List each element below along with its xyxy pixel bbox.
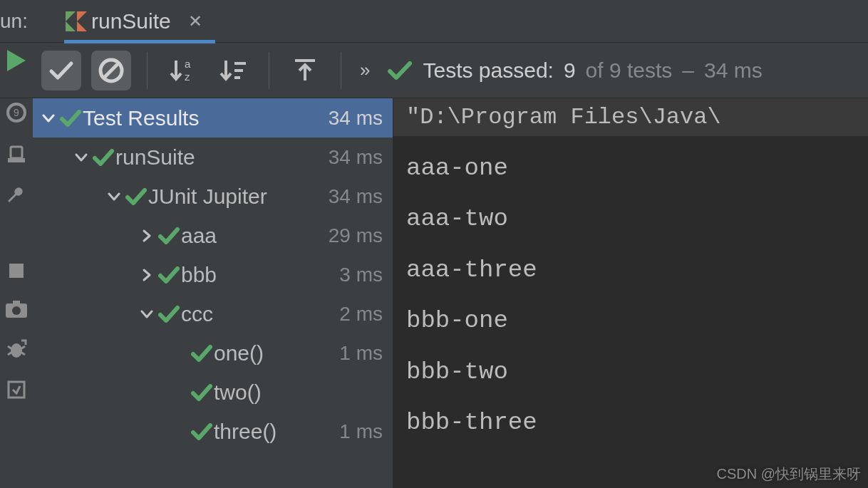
test-status: Tests passed: 9 of 9 tests – 34 ms [387,58,762,83]
check-icon [157,227,181,244]
svg-rect-25 [9,382,24,398]
status-time: 34 ms [704,58,763,83]
export-icon[interactable] [7,380,26,399]
check-icon [157,266,181,284]
tree-node-name: one() [214,341,339,365]
svg-text:z: z [185,71,190,83]
svg-marker-0 [7,50,26,71]
tree-node-name: JUnit Jupiter [148,185,329,209]
svg-rect-15 [8,158,25,162]
close-icon[interactable]: ✕ [188,11,202,31]
left-action-sidebar: 9 [0,98,33,488]
tree-node-name: three() [214,420,339,444]
svg-line-24 [21,352,25,355]
tab-name: runSuite [91,9,171,33]
check-icon [190,345,214,362]
console-line: aaa-three [406,245,855,296]
run-config-tab[interactable]: runSuite ✕ [64,0,215,43]
tree-node-name: runSuite [115,145,329,170]
chevron-down-icon[interactable] [71,150,91,165]
svg-rect-16 [9,264,24,278]
tree-node-time: 34 ms [329,185,383,208]
console-line: aaa-one [406,143,855,194]
coverage-icon[interactable]: 9 [6,103,26,123]
more-actions-icon[interactable]: » [360,59,370,81]
tree-row[interactable]: JUnit Jupiter34 ms [33,177,393,216]
svg-point-19 [12,306,21,315]
watermark: CSDN @快到锅里来呀 [716,464,861,484]
play-icon[interactable] [7,50,26,71]
chevron-down-icon[interactable] [137,307,157,321]
tree-row[interactable]: bbb3 ms [33,255,393,294]
wrench-icon[interactable] [6,185,26,205]
content-row: 9 Test Results34 msrunSuite34 msJUnit Ju… [0,98,868,488]
stop-icon[interactable] [8,262,25,279]
sort-duration-icon[interactable] [213,56,253,85]
tree-node-time: 1 ms [339,342,383,365]
svg-line-22 [21,346,25,349]
console-panel: "D:\Program Files\Java\ aaa-oneaaa-twoaa… [393,98,868,488]
tree-row[interactable]: ccc2 ms [33,294,393,333]
tree-row[interactable]: two() [33,373,393,412]
tree-row[interactable]: Test Results34 ms [33,98,393,137]
status-dash: – [682,58,694,83]
svg-point-20 [11,343,22,358]
check-icon [91,149,115,166]
toolbar-divider [147,52,148,89]
check-icon [124,188,148,205]
check-icon [58,110,83,127]
status-prefix: Tests passed: [423,58,553,83]
console-command: "D:\Program Files\Java\ [393,98,868,136]
show-passed-button[interactable] [41,51,81,90]
status-passed-count: 9 [564,58,576,83]
tree-row[interactable]: three()1 ms [33,412,393,451]
tree-node-time: 1 ms [339,420,383,443]
svg-rect-18 [13,301,20,305]
collapse-all-icon[interactable] [285,56,325,85]
show-ignored-button[interactable] [91,51,131,90]
console-line: bbb-one [406,296,855,346]
svg-text:9: 9 [14,107,19,118]
chevron-right-icon[interactable] [137,229,157,243]
check-icon [190,384,214,401]
chevron-down-icon[interactable] [104,190,124,204]
tree-node-time: 34 ms [329,146,383,169]
console-line: bbb-three [406,398,855,448]
tree-node-time: 3 ms [339,264,383,286]
tree-row[interactable]: runSuite34 ms [33,137,393,177]
tree-node-name: Test Results [83,106,329,130]
svg-rect-14 [11,147,22,158]
svg-line-23 [8,352,12,355]
tree-node-name: bbb [181,263,339,287]
test-toolbar: az » Tests passed: 9 of 9 tests – 34 ms [33,43,868,98]
run-tabbar: un: runSuite ✕ [0,0,868,43]
run-label: un: [0,10,43,33]
svg-line-2 [104,63,118,78]
tree-node-time: 34 ms [329,107,383,130]
tree-node-time: 2 ms [339,303,383,326]
tree-node-time: 29 ms [329,224,383,247]
tree-node-name: ccc [181,302,339,326]
tree-node-name: two() [214,380,383,405]
sort-alpha-icon[interactable]: az [163,56,203,85]
toolbar-divider [341,52,341,89]
console-line: bbb-two [406,347,855,398]
console-output: aaa-oneaaa-twoaaa-threebbb-onebbb-twobbb… [393,136,868,455]
test-tree[interactable]: Test Results34 msrunSuite34 msJUnit Jupi… [33,98,393,488]
bug-icon[interactable] [6,339,27,359]
chevron-right-icon[interactable] [137,268,157,282]
chevron-down-icon[interactable] [38,111,58,125]
console-line: aaa-two [406,194,855,244]
left-gutter-top [0,43,33,98]
debug-attach-icon[interactable] [6,144,26,164]
check-icon [190,423,214,440]
status-mid: of 9 tests [586,58,673,83]
tree-row[interactable]: one()1 ms [33,333,393,373]
svg-line-21 [8,346,12,349]
tree-row[interactable]: aaa29 ms [33,216,393,255]
check-icon [157,306,181,323]
svg-text:a: a [185,58,191,70]
check-icon [387,61,413,81]
test-toolbar-row: az » Tests passed: 9 of 9 tests – 34 ms [0,43,868,98]
camera-icon[interactable] [6,301,27,318]
